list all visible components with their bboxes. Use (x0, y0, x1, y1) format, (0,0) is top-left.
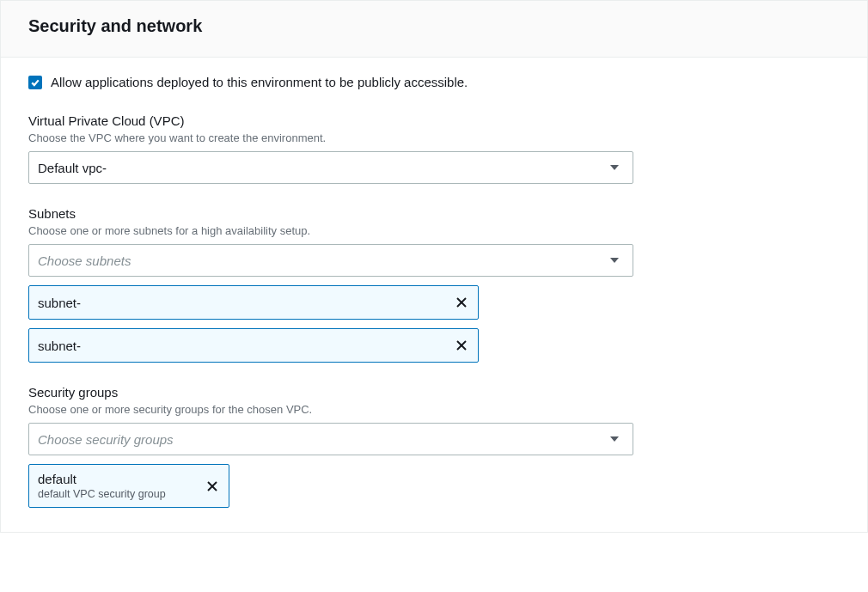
security-groups-label: Security groups (28, 385, 840, 400)
remove-subnet-button[interactable] (452, 336, 471, 355)
subnets-label: Subnets (28, 206, 840, 221)
security-groups-field: Security groups Choose one or more secur… (28, 385, 840, 508)
vpc-label: Virtual Private Cloud (VPC) (28, 113, 840, 128)
security-group-token-label: default (38, 472, 166, 486)
subnet-token: subnet- (28, 328, 479, 363)
subnets-description: Choose one or more subnets for a high av… (28, 224, 840, 237)
close-icon (455, 296, 468, 309)
vpc-description: Choose the VPC where you want to create … (28, 131, 840, 144)
caret-down-icon (610, 258, 619, 263)
security-group-token: default default VPC security group (28, 464, 229, 508)
public-access-label[interactable]: Allow applications deployed to this envi… (51, 75, 468, 89)
security-groups-tokens: default default VPC security group (28, 464, 840, 508)
remove-security-group-button[interactable] (203, 477, 222, 496)
caret-down-icon (610, 165, 619, 170)
remove-subnet-button[interactable] (452, 293, 471, 312)
caret-down-icon (610, 436, 619, 442)
panel-title: Security and network (28, 16, 840, 36)
close-icon (205, 479, 219, 493)
public-access-row: Allow applications deployed to this envi… (28, 75, 840, 89)
security-groups-placeholder: Choose security groups (38, 432, 174, 447)
panel-body: Allow applications deployed to this envi… (1, 58, 867, 532)
subnets-tokens: subnet- subnet- (28, 285, 840, 363)
security-group-token-body: default default VPC security group (38, 472, 166, 500)
panel-header: Security and network (1, 1, 867, 58)
checkmark-icon (30, 77, 40, 88)
vpc-field: Virtual Private Cloud (VPC) Choose the V… (28, 113, 840, 184)
subnet-token-label: subnet- (38, 296, 81, 310)
close-icon (455, 339, 468, 352)
subnets-field: Subnets Choose one or more subnets for a… (28, 206, 840, 363)
public-access-checkbox[interactable] (28, 76, 42, 89)
subnet-token: subnet- (28, 285, 479, 320)
subnets-select[interactable]: Choose subnets (28, 244, 633, 277)
security-groups-select[interactable]: Choose security groups (28, 423, 633, 455)
subnets-placeholder: Choose subnets (38, 253, 131, 268)
subnet-token-label: subnet- (38, 339, 81, 353)
security-group-token-sub: default VPC security group (38, 488, 166, 500)
security-network-panel: Security and network Allow applications … (0, 0, 868, 533)
security-groups-description: Choose one or more security groups for t… (28, 403, 840, 416)
vpc-select-value: Default vpc- (38, 161, 107, 175)
vpc-select[interactable]: Default vpc- (28, 151, 633, 184)
